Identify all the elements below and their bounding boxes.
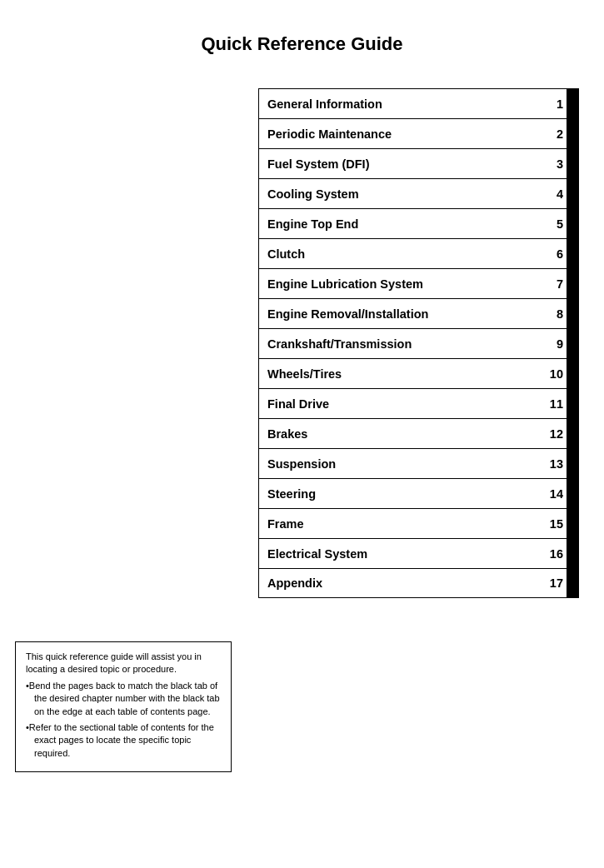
toc-row[interactable]: Electrical System16 — [258, 538, 579, 568]
toc-row[interactable]: Brakes12 — [258, 418, 579, 448]
toc-row[interactable]: Engine Lubrication System7 — [258, 268, 579, 298]
toc-row[interactable]: Engine Removal/Installation8 — [258, 298, 579, 328]
toc-label: Engine Lubrication System — [259, 269, 533, 298]
toc-number: 11 — [533, 389, 567, 418]
toc-label: Appendix — [259, 569, 533, 597]
toc-number: 17 — [533, 569, 567, 597]
toc-number: 5 — [533, 209, 567, 238]
toc-label: Crankshaft/Transmission — [259, 329, 533, 358]
toc-tab — [567, 509, 578, 538]
toc-label: Cooling System — [259, 179, 533, 208]
toc-number: 14 — [533, 479, 567, 508]
toc-row[interactable]: Appendix17 — [258, 568, 579, 598]
toc-row[interactable]: Wheels/Tires10 — [258, 358, 579, 388]
toc-label: Engine Removal/Installation — [259, 299, 533, 328]
toc-label: Frame — [259, 509, 533, 538]
toc-container: General Information1Periodic Maintenance… — [258, 88, 579, 598]
toc-number: 7 — [533, 269, 567, 298]
toc-tab — [567, 149, 578, 178]
toc-number: 12 — [533, 419, 567, 448]
toc-label: Final Drive — [259, 389, 533, 418]
toc-row[interactable]: General Information1 — [258, 88, 579, 118]
toc-number: 3 — [533, 149, 567, 178]
toc-number: 6 — [533, 239, 567, 268]
toc-row[interactable]: Fuel System (DFI)3 — [258, 148, 579, 178]
toc-tab — [567, 179, 578, 208]
toc-label: Fuel System (DFI) — [259, 149, 533, 178]
toc-label: Engine Top End — [259, 209, 533, 238]
toc-tab — [567, 419, 578, 448]
page-title: Quick Reference Guide — [0, 33, 604, 55]
toc-label: Wheels/Tires — [259, 359, 533, 388]
toc-label: General Information — [259, 89, 533, 118]
toc-number: 2 — [533, 119, 567, 148]
toc-tab — [567, 449, 578, 478]
info-bullet1: •Bend the pages back to match the black … — [26, 680, 221, 718]
toc-tab — [567, 269, 578, 298]
toc-number: 9 — [533, 329, 567, 358]
toc-tab — [567, 329, 578, 358]
toc-row[interactable]: Final Drive11 — [258, 388, 579, 418]
toc-tab — [567, 359, 578, 388]
toc-number: 16 — [533, 539, 567, 568]
toc-number: 10 — [533, 359, 567, 388]
toc-tab — [567, 299, 578, 328]
toc-number: 15 — [533, 509, 567, 538]
toc-row[interactable]: Frame15 — [258, 508, 579, 538]
toc-row[interactable]: Cooling System4 — [258, 178, 579, 208]
toc-label: Steering — [259, 479, 533, 508]
toc-row[interactable]: Clutch6 — [258, 238, 579, 268]
toc-label: Suspension — [259, 449, 533, 478]
info-box: This quick reference guide will assist y… — [15, 641, 232, 772]
toc-tab — [567, 89, 578, 118]
toc-tab — [567, 479, 578, 508]
toc-number: 1 — [533, 89, 567, 118]
page-container: Quick Reference Guide General Informatio… — [0, 0, 604, 868]
info-line1: This quick reference guide will assist y… — [26, 651, 221, 676]
toc-number: 13 — [533, 449, 567, 478]
toc-tab — [567, 569, 578, 597]
toc-row[interactable]: Periodic Maintenance2 — [258, 118, 579, 148]
toc-tab — [567, 239, 578, 268]
toc-tab — [567, 209, 578, 238]
toc-tab — [567, 539, 578, 568]
toc-number: 4 — [533, 179, 567, 208]
toc-label: Electrical System — [259, 539, 533, 568]
toc-label: Clutch — [259, 239, 533, 268]
toc-number: 8 — [533, 299, 567, 328]
toc-row[interactable]: Engine Top End5 — [258, 208, 579, 238]
toc-row[interactable]: Crankshaft/Transmission9 — [258, 328, 579, 358]
toc-row[interactable]: Suspension13 — [258, 448, 579, 478]
toc-tab — [567, 119, 578, 148]
toc-tab — [567, 389, 578, 418]
toc-label: Periodic Maintenance — [259, 119, 533, 148]
info-bullet2: •Refer to the sectional table of content… — [26, 721, 221, 760]
toc-label: Brakes — [259, 419, 533, 448]
toc-row[interactable]: Steering14 — [258, 478, 579, 508]
